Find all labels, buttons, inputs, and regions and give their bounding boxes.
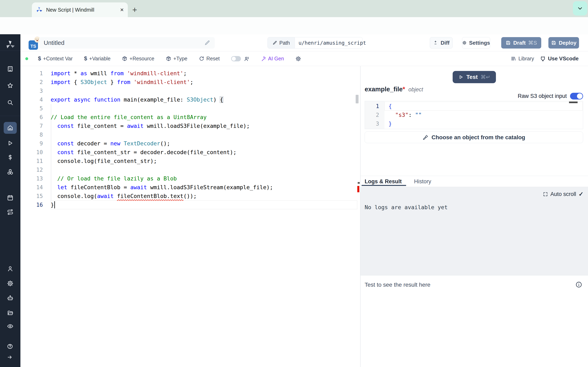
sidebar-item-variables[interactable] [7, 154, 13, 161]
add-context-var-button[interactable]: $ +Context Var [38, 55, 73, 62]
choose-object-label: Choose an object from the catalog [432, 134, 525, 141]
path-label: Path [279, 40, 290, 46]
line-number: 3 [365, 119, 379, 128]
line-number: 2 [365, 110, 379, 119]
tab-history[interactable]: History [414, 178, 431, 185]
edit-title-pencil-icon[interactable] [204, 40, 210, 46]
pipette-icon [423, 134, 428, 140]
tab-close-icon[interactable]: × [120, 7, 124, 13]
editor-settings-gear-icon[interactable] [295, 56, 301, 62]
sidebar-item-help[interactable] [7, 343, 13, 350]
code-line[interactable]: } [51, 200, 54, 209]
sidebar-item-favorites[interactable] [7, 82, 13, 89]
browser-toolbar: app.windmill.dev/scripts/add#JTdCJTIyaGF… [0, 17, 588, 34]
raw-s3-toggle[interactable] [570, 93, 583, 100]
script-title: Untitled [44, 39, 204, 46]
add-type-button[interactable]: +Type [166, 56, 187, 62]
script-title-input[interactable]: Untitled [39, 37, 215, 49]
windmill-logo[interactable] [5, 40, 15, 50]
editor-toolbar: $ +Context Var $ +Variable +Resource +Ty… [20, 51, 588, 66]
sidebar-item-resources[interactable] [7, 169, 13, 175]
reset-button[interactable]: Reset [199, 56, 220, 62]
code-line[interactable]: console.log(await fileContentBlob.text()… [51, 192, 197, 200]
resource-label: +Resource [130, 56, 154, 62]
code-line[interactable]: export async function main(example_file:… [51, 95, 223, 104]
package-icon [122, 56, 127, 61]
auto-scroll-control[interactable]: Auto scroll ✓ [543, 191, 584, 198]
info-icon[interactable] [575, 281, 582, 288]
code-line[interactable]: const decoder = new TextDecoder(); [51, 139, 170, 148]
path-value[interactable]: u/henri/amusing_script [295, 37, 363, 49]
sidebar-item-flows[interactable] [7, 209, 13, 215]
code-line[interactable]: // Load the entire file_content as a Uin… [51, 113, 207, 122]
windmill-favicon [36, 7, 43, 13]
choose-object-button[interactable]: Choose an object from the catalog [365, 132, 583, 143]
multiplayer-toggle[interactable] [231, 56, 241, 61]
ai-gen-button[interactable]: AI Gen [260, 56, 284, 62]
sidebar-item-runs[interactable] [7, 140, 13, 146]
settings-button[interactable]: Settings [462, 37, 490, 49]
draft-button[interactable]: Draft ⌘S [501, 37, 541, 49]
deploy-label: Deploy [559, 40, 577, 46]
package-icon [166, 56, 171, 61]
sidebar-item-schedules[interactable] [7, 194, 13, 201]
line-number: 6 [20, 113, 43, 122]
new-tab-button[interactable]: + [132, 6, 137, 14]
result-area: Test to see the result here [361, 275, 588, 367]
sidebar-divider [0, 116, 20, 116]
json-arg-editor[interactable]: 123 { "s3": ""} [365, 101, 583, 129]
line-number: 14 [20, 183, 43, 192]
json-line[interactable]: } [389, 119, 392, 128]
line-number: 1 [20, 69, 43, 78]
code-line[interactable]: const file_content = await wmill.loadS3F… [51, 122, 250, 130]
code-line[interactable]: console.log(file_content_str); [51, 157, 157, 165]
use-vscode-button[interactable]: Use VScode [540, 55, 579, 62]
deploy-button[interactable]: Deploy [548, 37, 579, 49]
code-editor[interactable]: 12345678910111213141516 import * as wmil… [20, 66, 360, 367]
json-overview-mark [569, 101, 578, 103]
json-current-line [384, 102, 583, 110]
sidebar-expand-icon[interactable] [7, 354, 13, 360]
diff-button[interactable]: Diff [430, 37, 453, 49]
code-line[interactable]: let fileContentBlob = await wmill.loadS3… [51, 183, 273, 192]
sidebar-item-users[interactable] [7, 266, 13, 272]
add-variable-button[interactable]: $ +Variable [84, 55, 111, 62]
sidebar-item-audit-logs[interactable] [7, 323, 13, 329]
line-number: 3 [20, 86, 43, 95]
home-icon[interactable] [7, 125, 13, 131]
required-asterisk: * [403, 86, 405, 93]
code-line[interactable]: import { S3Object } from 'windmill-clien… [51, 78, 193, 86]
sidebar-item-folders[interactable] [7, 310, 13, 316]
expand-icon[interactable] [543, 192, 548, 197]
argument-name: example_file [365, 86, 403, 93]
code-line[interactable]: const file_content_str = decoder.decode(… [51, 148, 236, 157]
json-line[interactable]: "s3": "" [389, 110, 422, 119]
sidebar-item-search[interactable] [7, 99, 13, 106]
json-line[interactable]: { [389, 102, 392, 110]
library-button[interactable]: Library [511, 56, 534, 62]
overview-error-mark [357, 186, 359, 192]
line-number: 15 [20, 192, 43, 200]
auto-scroll-label: Auto scroll [550, 191, 576, 197]
test-button[interactable]: Test ⌘↵ [453, 71, 496, 83]
logs-area: Auto scroll ✓ No logs are available yet [361, 187, 588, 275]
add-resource-button[interactable]: +Resource [122, 56, 154, 62]
save-icon [551, 40, 556, 45]
browser-tab[interactable]: New Script | Windmill × [32, 2, 128, 17]
sidebar-item-workspace[interactable] [7, 66, 13, 72]
sidebar-item-settings[interactable] [7, 280, 13, 287]
code-line[interactable]: import * as wmill from 'windmill-client'… [51, 69, 187, 78]
argument-type: object [408, 86, 423, 93]
sidebar-item-workers[interactable] [7, 295, 13, 301]
gear-icon [462, 40, 467, 45]
tab-logs-result[interactable]: Logs & Result [365, 178, 402, 185]
tab-search-chevron-button[interactable] [573, 1, 587, 16]
code-line[interactable]: // Or load the file lazily as a Blob [51, 174, 177, 183]
line-number: 8 [20, 130, 43, 139]
library-icon [511, 56, 516, 61]
preview-panel: Test ⌘↵ example_file * object Raw S3 obj… [361, 66, 588, 367]
overview-cursor-mark [358, 182, 360, 184]
line-number: 5 [20, 104, 43, 113]
editor-scrollbar-thumb[interactable] [356, 95, 359, 103]
path-edit-button[interactable]: Path [268, 37, 295, 49]
